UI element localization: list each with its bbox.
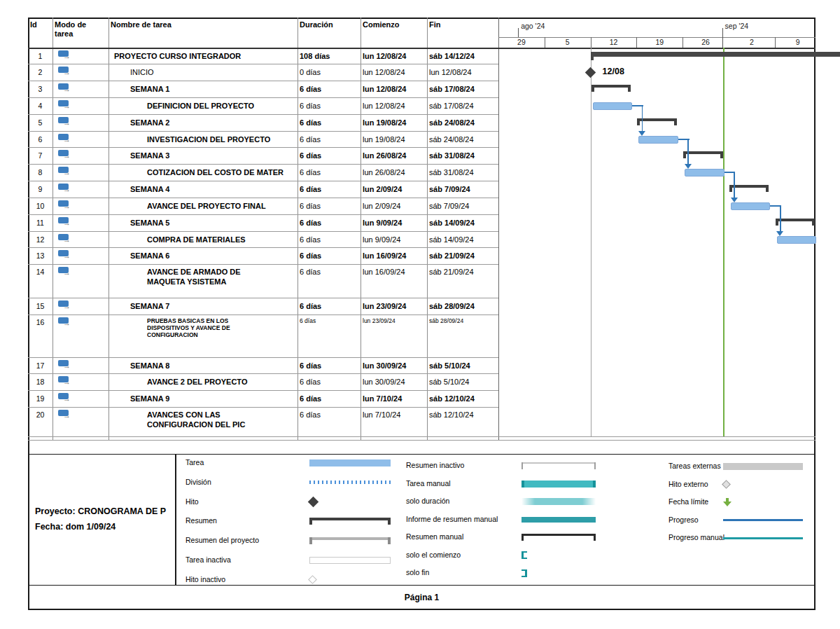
dependency-arrowhead [638,131,645,136]
arrow-glyph: → [63,302,71,310]
row-divider [28,81,498,81]
task-end: sáb 12/10/24 [429,394,498,403]
task-end: sáb 14/09/24 [429,218,498,228]
task-end: sáb 14/09/24 [429,235,498,244]
task-id: 11 [28,218,52,228]
task-duration: 6 días [300,167,359,177]
timeline-week-label: 29 [517,38,526,46]
task-duration: 6 días [300,394,359,403]
task-end: sáb 28/09/24 [429,301,498,311]
auto-scheduled-icon: → [58,267,75,279]
task-end: sáb 14/12/24 [429,51,498,61]
legend-item-label: Tarea inactiva [186,555,231,564]
legend-item-label: Hito inactivo [186,575,225,583]
task-start: lun 30/09/24 [363,361,427,371]
task-duration: 6 días [300,267,359,277]
external-swatch [723,463,803,470]
arrow-glyph: → [63,202,71,210]
task-end: sáb 21/09/24 [429,251,498,261]
task-start: lun 2/09/24 [363,201,427,211]
task-start: lun 26/08/24 [363,151,427,160]
task-end: sáb 5/10/24 [429,377,498,387]
row-divider [28,314,498,315]
arrow-glyph: → [63,235,71,244]
timeline-month-label: ago '24 [521,22,545,30]
task-duration: 6 días [300,361,359,371]
row-divider [28,390,498,391]
auto-scheduled-icon: → [58,234,75,246]
task-start: lun 12/08/24 [363,101,427,111]
task-id: 7 [28,151,52,160]
task-id: 18 [28,377,52,387]
auto-scheduled-icon: → [58,83,75,95]
task-duration: 6 días [300,134,359,144]
legend-item-label: Resumen inactivo [406,461,464,469]
legend-item-label: Resumen [186,516,217,525]
deadline-swatch [723,498,732,507]
week-tick [591,37,592,48]
column-divider [498,18,499,440]
column-header-id: Id [30,20,51,41]
task-start: lun 7/10/24 [363,394,427,403]
legend-item-label: Informe de resumen manual [406,515,498,523]
row-divider [28,357,498,358]
task-id: 4 [28,101,52,111]
row-divider [28,298,498,298]
task-name: SEMANA 3 [130,151,296,163]
row-divider [28,231,498,232]
row-divider [28,198,498,198]
task-start: lun 9/09/24 [363,218,427,228]
auto-scheduled-icon: → [58,360,75,372]
page-number: Página 1 [28,593,816,602]
task-swatch [309,459,391,466]
project-title: Proyecto: CRONOGRAMA DE P [35,506,166,516]
task-start: lun 23/09/24 [363,317,427,327]
timeline-week-label: 12 [610,38,618,46]
task-name: SEMANA 5 [130,218,296,230]
task-end: sáb 17/08/24 [429,101,498,111]
task-duration: 6 días [300,184,359,194]
task-start: lun 16/09/24 [363,267,427,277]
task-id: 6 [28,134,52,144]
task-start: lun 12/08/24 [363,67,427,77]
row-divider [28,164,498,165]
month-tick [518,28,519,37]
report-date: Fecha: dom 1/09/24 [35,522,115,532]
region-bottom-line [28,440,816,441]
task-name: PROYECTO CURSO INTEGRADOR [114,51,296,63]
task-duration: 6 días [300,235,359,244]
task-end: sáb 24/08/24 [429,118,498,127]
task-duration: 0 días [300,67,359,77]
legend-item-label: Progreso [668,516,699,524]
finish-only-swatch [522,569,527,577]
task-id: 3 [28,84,52,94]
table-bottom-line [28,436,816,437]
row-divider [28,131,498,132]
task-name: AVANCE DEL PROYECTO FINAL [147,201,296,214]
legend-item-label: Resumen del proyecto [186,536,259,544]
task-end: sáb 17/08/24 [429,84,498,94]
task-name: AVANCES CON LASCONFIGURACION DEL PIC [147,410,296,435]
summary-bar [592,85,631,92]
manual-rollup-swatch [522,517,596,523]
task-name: SEMANA 6 [130,251,296,263]
task-id: 8 [28,167,52,177]
task-end: sáb 12/10/24 [429,410,498,420]
week-tick [636,37,637,48]
task-duration: 6 días [300,101,359,111]
task-bar [685,169,724,177]
dependency-connector [642,105,643,131]
task-id: 9 [28,184,52,194]
arrow-glyph: → [63,411,71,420]
arrow-glyph: → [63,85,71,93]
arrow-glyph: → [63,135,71,144]
timeline-week-label: 9 [796,38,800,46]
row-divider [28,114,498,115]
arrow-glyph: → [63,319,71,327]
legend-item-label: Progreso manual [668,533,724,541]
task-duration: 108 días [300,51,359,61]
summary-bar [637,118,676,125]
auto-scheduled-icon: → [58,150,75,162]
task-bar [593,102,632,110]
week-tick [545,37,545,48]
